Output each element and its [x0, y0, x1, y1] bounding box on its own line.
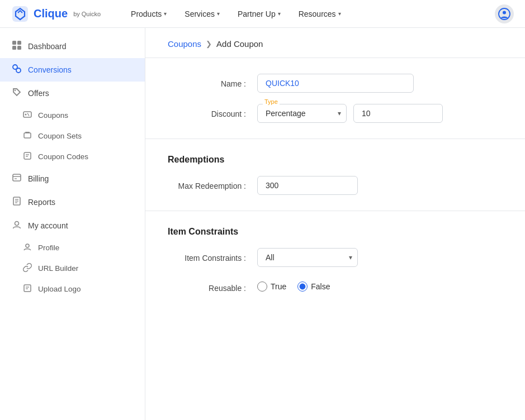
- sidebar-item-billing[interactable]: Billing: [0, 167, 145, 190]
- sidebar-item-coupons[interactable]: Coupons: [0, 105, 145, 126]
- sidebar-item-upload-logo[interactable]: Upload Logo: [0, 279, 145, 299]
- sidebar-item-offers[interactable]: Offers: [0, 82, 145, 105]
- discount-row: Discount : Type Percentage Fixed ▾: [168, 104, 503, 123]
- my-account-icon: [11, 219, 22, 232]
- svg-rect-6: [17, 46, 21, 50]
- sidebar-item-my-account[interactable]: My account: [0, 214, 145, 237]
- svg-rect-4: [17, 41, 21, 45]
- svg-rect-27: [24, 285, 31, 292]
- item-constraints-section: Item Constraints Item Constraints : All …: [145, 211, 525, 308]
- svg-point-9: [15, 90, 16, 91]
- reports-icon: [11, 196, 22, 208]
- billing-icon: [11, 173, 22, 185]
- nav-products[interactable]: Products ▾: [123, 6, 174, 22]
- item-constraints-title: Item Constraints: [168, 227, 503, 237]
- sidebar-item-label: Dashboard: [28, 42, 67, 51]
- discount-amount-input[interactable]: [353, 104, 443, 123]
- sidebar-item-label: Conversions: [28, 65, 72, 74]
- reusable-label: Reusable :: [168, 278, 246, 293]
- chevron-down-icon: ▾: [164, 11, 167, 17]
- logo[interactable]: Clique by Quicko: [11, 5, 101, 23]
- sidebar-item-label: Coupons: [38, 111, 68, 120]
- sidebar-item-label: Billing: [28, 174, 49, 183]
- reusable-true-label: True: [271, 282, 286, 291]
- svg-point-26: [26, 244, 29, 247]
- svg-rect-3: [12, 41, 16, 45]
- profile-icon: [22, 242, 32, 253]
- logo-name: Clique: [34, 7, 68, 20]
- item-constraints-row: Item Constraints : All Specific ▾: [168, 248, 503, 267]
- sidebar-item-conversions[interactable]: Conversions: [0, 58, 145, 82]
- svg-rect-15: [24, 152, 31, 159]
- svg-rect-5: [12, 46, 16, 50]
- chevron-down-icon: ▾: [278, 11, 281, 17]
- svg-point-8: [16, 68, 21, 73]
- basic-info-section: Name : Discount : Type Percentage Fixed …: [145, 58, 525, 139]
- svg-point-2: [503, 11, 506, 14]
- item-constraints-label: Item Constraints :: [168, 248, 246, 262]
- reusable-false-radio[interactable]: [297, 281, 308, 292]
- svg-rect-13: [24, 133, 31, 138]
- sidebar-item-label: URL Builder: [38, 264, 78, 273]
- nav-resources[interactable]: Resources ▾: [291, 6, 349, 22]
- sidebar-item-profile[interactable]: Profile: [0, 237, 145, 258]
- sidebar-item-label: Coupon Codes: [38, 152, 88, 161]
- name-row: Name :: [168, 74, 503, 93]
- reusable-row: Reusable : True False: [168, 278, 503, 293]
- coupons-icon: [22, 110, 32, 121]
- coupon-sets-icon: [22, 131, 32, 141]
- layout: Dashboard Conversions Offers Coupons: [0, 28, 525, 420]
- discount-type-select[interactable]: Percentage Fixed: [257, 104, 347, 123]
- sidebar-item-label: Coupon Sets: [38, 132, 82, 140]
- nav-partner-up[interactable]: Partner Up ▾: [230, 6, 288, 22]
- item-constraints-select-wrapper: All Specific ▾: [257, 248, 358, 267]
- nav-links: Products ▾ Services ▾ Partner Up ▾ Resou…: [123, 6, 495, 22]
- type-select-wrapper: Type Percentage Fixed ▾: [257, 104, 347, 123]
- conversions-icon: [11, 64, 22, 76]
- reusable-true-option[interactable]: True: [257, 281, 286, 292]
- reusable-true-radio[interactable]: [257, 281, 267, 292]
- svg-line-12: [27, 113, 29, 116]
- user-avatar[interactable]: [495, 4, 514, 23]
- main-content: Coupons ❯ Add Coupon Name : Discount : T…: [145, 28, 525, 420]
- max-redemption-input[interactable]: [257, 176, 358, 195]
- svg-point-11: [25, 114, 27, 116]
- sidebar-item-label: Profile: [38, 244, 59, 252]
- user-icon: [498, 8, 510, 20]
- offers-icon: [11, 87, 22, 99]
- upload-logo-icon: [22, 284, 32, 294]
- discount-group: Type Percentage Fixed ▾: [257, 104, 443, 123]
- breadcrumb-parent[interactable]: Coupons: [168, 39, 201, 49]
- reusable-radio-group: True False: [257, 278, 330, 292]
- logo-icon: [11, 5, 29, 23]
- chevron-down-icon: ▾: [217, 11, 220, 17]
- svg-rect-14: [25, 132, 30, 133]
- coupon-codes-icon: [22, 151, 32, 162]
- logo-sub: by Quicko: [73, 11, 101, 17]
- redemptions-title: Redemptions: [168, 155, 503, 165]
- svg-point-25: [15, 222, 19, 226]
- nav-services[interactable]: Services ▾: [177, 6, 228, 22]
- chevron-down-icon: ▾: [338, 11, 341, 17]
- svg-rect-10: [23, 112, 31, 117]
- sidebar-item-reports[interactable]: Reports: [0, 190, 145, 214]
- sidebar-item-coupon-sets[interactable]: Coupon Sets: [0, 126, 145, 146]
- svg-rect-18: [13, 174, 21, 181]
- reusable-false-option[interactable]: False: [297, 281, 330, 292]
- sidebar-item-url-builder[interactable]: URL Builder: [0, 258, 145, 279]
- sidebar-item-dashboard[interactable]: Dashboard: [0, 35, 145, 58]
- name-label: Name :: [168, 74, 246, 88]
- sidebar-item-coupon-codes[interactable]: Coupon Codes: [0, 146, 145, 167]
- name-input[interactable]: [257, 74, 414, 93]
- reusable-false-label: False: [311, 282, 330, 291]
- url-builder-icon: [22, 263, 32, 274]
- discount-label: Discount :: [168, 104, 246, 118]
- top-nav: Clique by Quicko Products ▾ Services ▾ P…: [0, 0, 525, 28]
- max-redemption-row: Max Redeemption :: [168, 176, 503, 195]
- redemptions-section: Redemptions Max Redeemption :: [145, 139, 525, 211]
- item-constraints-select[interactable]: All Specific: [257, 248, 358, 267]
- sidebar-item-label: Reports: [28, 198, 55, 207]
- sidebar-item-label: Offers: [28, 89, 49, 98]
- max-redemption-label: Max Redeemption :: [168, 176, 246, 190]
- breadcrumb-current: Add Coupon: [216, 39, 263, 49]
